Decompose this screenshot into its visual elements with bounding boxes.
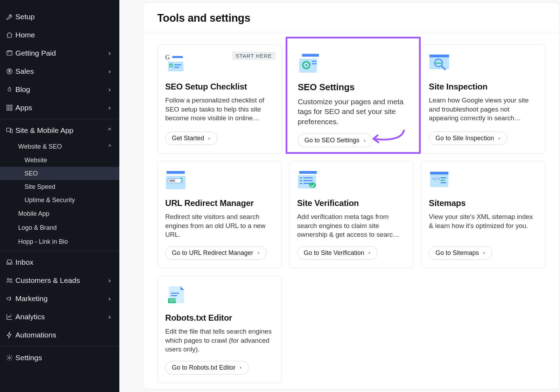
sidebar-item-marketing[interactable]: Marketing ›: [0, 290, 119, 308]
svg-rect-39: [300, 183, 302, 184]
chevron-right-icon: ›: [368, 250, 371, 256]
chevron-right-icon: ›: [107, 104, 112, 112]
chart-icon: [4, 313, 15, 320]
svg-point-11: [9, 357, 10, 359]
tool-card-seo-settings: SEO SettingsCustomize your pages and met…: [286, 37, 421, 154]
sidebar-item-settings[interactable]: Settings: [0, 349, 119, 367]
card-action-seo-settings[interactable]: Go to SEO Settings›: [298, 134, 373, 147]
sidebar-subitem-website-seo[interactable]: Website & SEO ⌃: [0, 140, 119, 154]
sidebar-subitem-logo-brand[interactable]: Logo & Brand: [0, 221, 119, 235]
sidebar-subsubitem-label: SEO: [24, 170, 38, 177]
start-here-badge: START HERE: [232, 52, 275, 60]
main-content: Tools and settings START HEREGSEO Setup …: [119, 0, 560, 392]
sidebar-item-label: Apps: [15, 104, 107, 112]
svg-point-9: [7, 278, 9, 280]
card-action-site-verification[interactable]: Go to Site Verification›: [297, 246, 378, 260]
verify-icon: [297, 170, 320, 190]
tool-card-sitemaps: </>SitemapsView your site's XML sitemap …: [421, 161, 546, 269]
flame-icon: [4, 86, 15, 93]
sidebar-item-label: Settings: [15, 354, 112, 362]
sidebar-item-site-mobile-app[interactable]: Site & Mobile App ⌃: [0, 121, 119, 140]
card-action-sitemaps[interactable]: Go to Sitemaps›: [429, 246, 492, 260]
sidebar-item-getting-paid[interactable]: Getting Paid ›: [0, 44, 119, 62]
sidebar-subsubitem-label: Uptime & Security: [24, 197, 75, 204]
sidebar-item-analytics[interactable]: Analytics ›: [0, 308, 119, 326]
sitemap-icon: </>: [429, 170, 451, 190]
redirect-icon: WWW: [165, 170, 188, 190]
card-description: View your site's XML sitemap index & lea…: [429, 212, 538, 230]
people-icon: [4, 277, 15, 284]
sidebar-divider: [0, 346, 119, 347]
svg-rect-6: [10, 108, 12, 111]
chevron-right-icon: ›: [107, 49, 112, 57]
tool-card-robots-txt-editor: TXTRobots.txt EditorEdit the file that t…: [157, 276, 282, 383]
magnify-icon: [429, 54, 451, 73]
sidebar-item-sales[interactable]: Sales ›: [0, 62, 119, 80]
tools-grid: START HEREGSEO Setup ChecklistFollow a p…: [157, 44, 546, 383]
sidebar-divider: [0, 119, 119, 119]
sidebar-item-blog[interactable]: Blog ›: [0, 80, 119, 99]
svg-rect-25: [429, 55, 449, 57]
sidebar-item-label: Sales: [15, 67, 107, 76]
card-title: SEO Setup Checklist: [165, 82, 274, 92]
devices-icon: [4, 127, 15, 134]
svg-rect-3: [7, 105, 9, 107]
svg-rect-45: [441, 180, 445, 181]
sidebar-subsubitem-seo[interactable]: SEO: [0, 167, 119, 180]
sidebar-item-customers-leads[interactable]: Customers & Leads ›: [0, 271, 119, 290]
card-description: Redirect site visitors and search engine…: [165, 212, 274, 239]
sidebar-subsubitem-website[interactable]: Website: [0, 154, 119, 167]
sidebar-subitem-label: Logo & Brand: [18, 224, 112, 231]
card-action-robots-txt-editor[interactable]: Go to Robots.txt Editor›: [165, 361, 249, 375]
sidebar-subitem-label: Hopp - Link in Bio: [18, 238, 112, 245]
svg-rect-46: [441, 182, 446, 183]
card-title: URL Redirect Manager: [165, 198, 274, 208]
sidebar-subsubitem-uptime-security[interactable]: Uptime & Security: [0, 193, 119, 207]
svg-rect-33: [299, 171, 317, 174]
svg-rect-22: [312, 61, 317, 62]
svg-rect-1: [7, 51, 12, 55]
card-action-url-redirect-manager[interactable]: Go to URL Redirect Manager›: [165, 246, 266, 260]
gear-window-icon: [298, 54, 320, 73]
sidebar-item-label: Analytics: [15, 313, 107, 321]
sidebar-subitem-label: Mobile App: [18, 210, 112, 218]
sidebar-item-home[interactable]: Home: [0, 26, 119, 44]
sidebar-subitem-mobile-app[interactable]: Mobile App: [0, 207, 119, 221]
sidebar-subitem-hopp[interactable]: Hopp - Link in Bio: [0, 235, 119, 249]
svg-text:G: G: [165, 54, 170, 61]
sidebar-item-label: Marketing: [15, 294, 107, 303]
sidebar-divider: [0, 251, 119, 251]
sidebar-item-inbox[interactable]: Inbox: [0, 253, 119, 271]
sidebar-item-label: Site & Mobile App: [15, 126, 107, 135]
card-description: Customize your pages and meta tags for S…: [298, 97, 405, 127]
sidebar-item-label: Getting Paid: [15, 49, 107, 57]
svg-rect-42: [430, 172, 448, 174]
svg-rect-35: [300, 177, 302, 178]
card-title: Robots.txt Editor: [165, 313, 274, 323]
chevron-right-icon: ›: [497, 135, 500, 142]
card-action-site-inspection[interactable]: Go to Site Inspection›: [429, 131, 507, 145]
svg-rect-36: [303, 177, 313, 178]
svg-rect-4: [10, 105, 12, 107]
card-title: Site Inspection: [429, 82, 538, 92]
sidebar-item-setup[interactable]: Setup: [0, 8, 119, 26]
card-action-seo-setup-checklist[interactable]: Get Started›: [165, 131, 217, 145]
inbox-icon: [4, 259, 15, 266]
svg-rect-23: [312, 63, 317, 64]
dollar-icon: [4, 68, 15, 75]
sidebar-item-label: Home: [15, 31, 112, 39]
sidebar-subsubitem-site-speed[interactable]: Site Speed: [0, 180, 119, 193]
card-description: Add verification meta tags from search e…: [297, 212, 406, 239]
chevron-right-icon: ›: [107, 85, 112, 94]
chevron-right-icon: ›: [363, 137, 366, 144]
svg-text:</>: </>: [432, 176, 441, 181]
svg-rect-18: [302, 54, 319, 57]
title-divider: [143, 33, 560, 33]
chevron-right-icon: ›: [107, 67, 112, 76]
sidebar-item-apps[interactable]: Apps ›: [0, 99, 119, 117]
content-panel: Tools and settings START HEREGSEO Setup …: [143, 2, 560, 389]
chevron-right-icon: ›: [239, 364, 242, 371]
sidebar-item-automations[interactable]: Automations: [0, 326, 119, 344]
card-description: Learn how Google views your site and tro…: [429, 96, 538, 123]
svg-rect-38: [303, 180, 313, 181]
